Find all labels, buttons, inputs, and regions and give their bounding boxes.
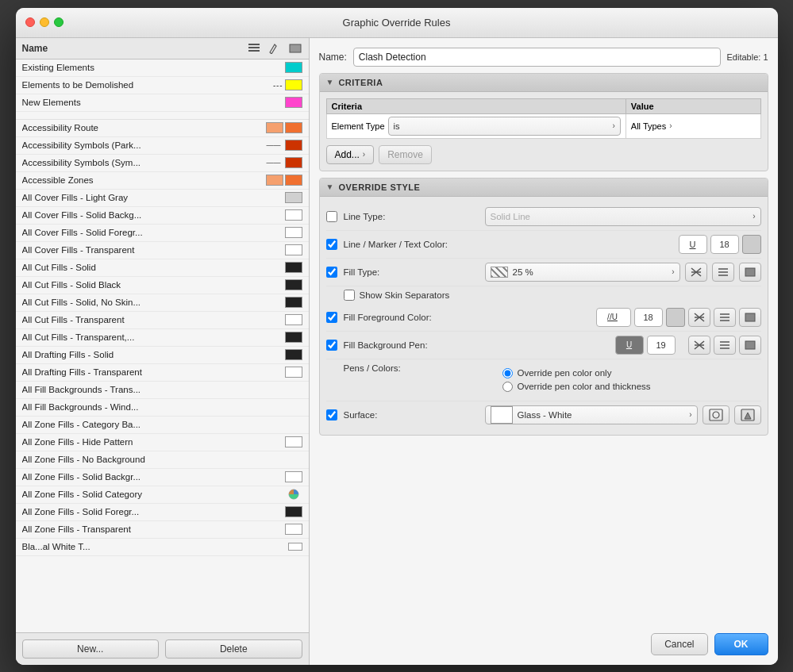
line-color-checkbox[interactable]: [326, 239, 337, 250]
list-item[interactable]: All Fill Backgrounds - Trans...: [16, 382, 309, 399]
line-color-swatch[interactable]: [742, 235, 761, 254]
item-label: All Cover Fills - Transparent: [22, 245, 282, 255]
fill-foreground-action1[interactable]: [688, 308, 710, 327]
override-collapse-arrow[interactable]: ▼: [326, 182, 334, 191]
maximize-button[interactable]: [54, 17, 64, 27]
list-item[interactable]: Accessible Zones: [16, 172, 309, 190]
fill-background-row: Fill Background Pen: U 19: [326, 332, 761, 359]
list-item[interactable]: Bla...al White T...: [16, 539, 309, 556]
item-label: Elements to be Demolished: [22, 80, 270, 90]
criteria-section-title: CRITERIA: [338, 78, 383, 87]
name-row: Name: Editable: 1: [319, 48, 768, 67]
item-label: All Cut Fills - Solid Black: [22, 280, 282, 290]
fill-type-action1[interactable]: [685, 263, 707, 282]
fill-background-action3[interactable]: [739, 336, 761, 355]
list-item[interactable]: All Cover Fills - Solid Foregr...: [16, 225, 309, 242]
fill-foreground-color-swatch[interactable]: [666, 308, 685, 327]
list-item[interactable]: All Cut Fills - Solid: [16, 259, 309, 277]
item-swatch: [288, 543, 302, 551]
override-pen-only-radio[interactable]: [502, 368, 513, 378]
fill-foreground-pen-number[interactable]: 18: [634, 308, 663, 327]
list-item[interactable]: All Zone Fills - Solid Category: [16, 486, 309, 504]
list-item[interactable]: Accessibility Symbols (Park... ——: [16, 137, 309, 155]
header-icons: [247, 43, 302, 54]
list-item[interactable]: Accessibility Route: [16, 120, 309, 137]
criteria-collapse-arrow[interactable]: ▼: [326, 78, 334, 86]
criteria-row: Element Type is › All: [326, 113, 760, 138]
list-item[interactable]: All Drafting Fills - Transparent: [16, 364, 309, 382]
surface-action2[interactable]: [734, 405, 761, 424]
list-item[interactable]: All Cut Fills - Transparent,...: [16, 329, 309, 347]
left-panel: Name Existing Elements: [16, 38, 310, 665]
list-item[interactable]: All Cover Fills - Light Gray: [16, 190, 309, 207]
add-button[interactable]: Add... ›: [326, 145, 375, 164]
fill-background-action1[interactable]: [688, 336, 710, 355]
fill-type-select[interactable]: 25 % ›: [485, 263, 680, 282]
item-label: All Cut Fills - Solid: [22, 263, 282, 272]
fill-foreground-control: //U 18: [485, 308, 761, 327]
list-item[interactable]: All Zone Fills - Hide Pattern: [16, 434, 309, 451]
item-swatch: [285, 436, 302, 447]
fill-foreground-action3[interactable]: [739, 308, 761, 327]
minimize-button[interactable]: [40, 17, 49, 27]
name-input[interactable]: [353, 48, 721, 67]
operator-select[interactable]: is ›: [388, 117, 621, 136]
list-item[interactable]: All Zone Fills - Transparent: [16, 521, 309, 539]
new-button[interactable]: New...: [22, 639, 160, 659]
window-title: Graphic Override Rules: [343, 17, 451, 29]
item-label: All Zone Fills - Category Ba...: [22, 420, 302, 429]
list-item[interactable]: All Cut Fills - Transparent: [16, 312, 309, 329]
delete-button[interactable]: Delete: [165, 639, 302, 659]
close-button[interactable]: [25, 17, 35, 27]
fill-background-pen-number[interactable]: 19: [647, 336, 676, 355]
item-swatch: [285, 349, 302, 360]
surface-select[interactable]: Glass - White ›: [485, 405, 698, 424]
ok-button[interactable]: OK: [714, 633, 768, 655]
item-label: All Zone Fills - No Background: [22, 455, 302, 464]
list-item[interactable]: All Fill Backgrounds - Wind...: [16, 399, 309, 417]
list-item[interactable]: All Zone Fills - No Background: [16, 451, 309, 469]
fill-background-checkbox[interactable]: [326, 340, 337, 351]
fill-type-checkbox[interactable]: [326, 267, 337, 278]
surface-action1[interactable]: [703, 405, 729, 424]
list-item[interactable]: All Cover Fills - Transparent: [16, 242, 309, 259]
list-item[interactable]: Accessibility Symbols (Sym... ——: [16, 155, 309, 172]
list-item[interactable]: Existing Elements: [16, 60, 309, 77]
list-item[interactable]: All Zone Fills - Solid Backgr...: [16, 469, 309, 486]
line-color-pen-number[interactable]: 18: [710, 235, 739, 254]
fill-icon: [288, 43, 302, 54]
item-swatch: [285, 297, 302, 308]
graphic-override-rules-window: Graphic Override Rules Name: [16, 8, 778, 665]
remove-button[interactable]: Remove: [379, 145, 432, 164]
list-item[interactable]: New Elements: [16, 94, 309, 112]
fill-type-action3[interactable]: [739, 263, 761, 282]
override-pen-thickness-radio[interactable]: [502, 382, 513, 392]
line-type-control: Solid Line ›: [485, 207, 761, 226]
list-item[interactable]: All Drafting Fills - Solid: [16, 347, 309, 364]
right-panel: Name: Editable: 1 ▼ CRITERIA Criteria Va…: [310, 38, 778, 665]
list-item[interactable]: All Zone Fills - Solid Foregr...: [16, 504, 309, 521]
item-label: All Zone Fills - Solid Category: [22, 490, 282, 499]
show-skin-checkbox[interactable]: [344, 290, 355, 301]
fill-background-action2[interactable]: [714, 336, 736, 355]
fill-type-row: Fill Type: 25 % ›: [326, 259, 761, 286]
value-chevron[interactable]: ›: [669, 121, 672, 130]
item-swatch: [266, 122, 302, 133]
svg-rect-25: [745, 341, 755, 349]
line-type-checkbox[interactable]: [326, 211, 337, 222]
line-type-select[interactable]: Solid Line ›: [485, 207, 761, 226]
element-type-label: Element Type: [332, 121, 385, 131]
fill-type-action2[interactable]: [712, 263, 734, 282]
list-item[interactable]: All Cover Fills - Solid Backg...: [16, 207, 309, 225]
surface-checkbox[interactable]: [326, 409, 337, 420]
fill-foreground-action2[interactable]: [714, 308, 736, 327]
cancel-button[interactable]: Cancel: [651, 633, 707, 655]
list-item[interactable]: All Zone Fills - Category Ba...: [16, 417, 309, 434]
list-item[interactable]: All Cut Fills - Solid, No Skin...: [16, 294, 309, 312]
list-item[interactable]: All Cut Fills - Solid Black: [16, 277, 309, 294]
list-item[interactable]: Elements to be Demolished - - -: [16, 77, 309, 94]
svg-rect-26: [710, 409, 722, 420]
main-content: Name Existing Elements: [16, 38, 778, 665]
item-swatch: [285, 279, 302, 290]
fill-foreground-checkbox[interactable]: [326, 312, 337, 323]
